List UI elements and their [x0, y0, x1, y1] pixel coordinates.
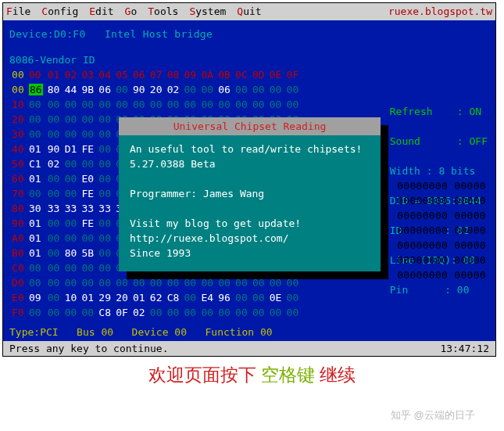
- device-line: Device:D0:F0 Intel Host bridge: [9, 27, 489, 41]
- side-zero-block: 00000000 0000000000000 0000000000000 000…: [397, 178, 486, 282]
- about-dialog: Universal Chipset Reading An useful tool…: [119, 117, 381, 271]
- dialog-body: An useful tool to read/write chipsets! 5…: [119, 135, 381, 271]
- menu-tools[interactable]: Tools: [148, 5, 178, 19]
- dialog-title: Universal Chipset Reading: [119, 117, 381, 135]
- menu-quit[interactable]: Quit: [237, 5, 261, 19]
- menu-system[interactable]: System: [189, 5, 226, 19]
- menu-go[interactable]: Go: [125, 5, 138, 19]
- menu-edit[interactable]: Edit: [89, 5, 113, 19]
- menu-config[interactable]: Config: [41, 5, 78, 19]
- menu-file[interactable]: File: [6, 5, 30, 19]
- menu-bar: File Config Edit Go Tools System Quit ru…: [3, 3, 495, 20]
- header-url: ruexe.blogspot.tw: [388, 5, 492, 19]
- status-message: Press any key to continue.: [9, 343, 169, 354]
- vendor-line: 8086-Vendor ID: [9, 52, 489, 67]
